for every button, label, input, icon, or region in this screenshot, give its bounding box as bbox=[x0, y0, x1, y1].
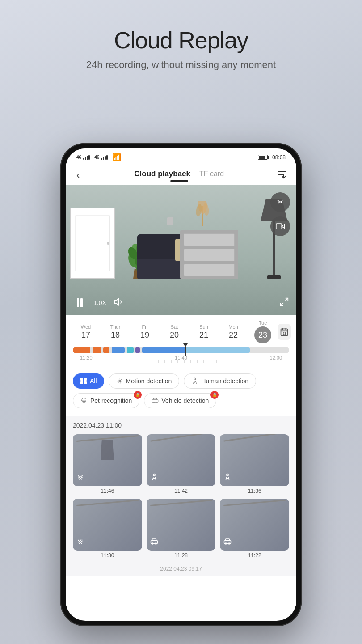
svg-text:23: 23 bbox=[283, 332, 286, 335]
date-item-sat[interactable]: Sat 20 bbox=[160, 324, 189, 340]
rec-icon-2 bbox=[150, 473, 158, 483]
vehicle-lock-badge: 🔒 bbox=[210, 391, 219, 399]
battery-icon bbox=[258, 155, 269, 160]
nav-tabs: Cloud playback TF card bbox=[134, 169, 224, 178]
filter-human[interactable]: Human detection bbox=[184, 373, 256, 389]
filter-vehicle[interactable]: 🔒 Vehicle detection bbox=[144, 393, 216, 408]
phone-screen: 46 46 📶 bbox=[66, 148, 296, 621]
recording-item-5[interactable]: 11:28 bbox=[147, 499, 216, 559]
signal-bars-1 bbox=[83, 155, 90, 160]
pet-lock-badge: 🔒 bbox=[134, 391, 142, 399]
hero-title: Cloud Replay bbox=[0, 27, 362, 54]
svg-rect-24 bbox=[84, 378, 87, 381]
recordings-section: 2022.04.23 11:00 bbox=[66, 416, 296, 564]
speed-label[interactable]: 1.0X bbox=[93, 299, 106, 306]
date-item-fri[interactable]: Fri 19 bbox=[130, 324, 160, 340]
timeline-section: Wed 17 Thur 18 Fri 19 Sat 20 Sun 21 bbox=[66, 315, 296, 368]
timeline-needle bbox=[183, 343, 188, 356]
timeline-bar[interactable] bbox=[73, 347, 289, 353]
sort-download-button[interactable] bbox=[277, 169, 287, 182]
recording-item-2[interactable]: 11:42 bbox=[147, 434, 216, 494]
tab-cloud-playback[interactable]: Cloud playback bbox=[134, 169, 190, 178]
svg-rect-17 bbox=[276, 224, 282, 229]
rec-icon-4 bbox=[76, 538, 84, 548]
hero-subtitle: 24h recording, without missing any momen… bbox=[0, 58, 362, 72]
date-item-wed[interactable]: Wed 17 bbox=[71, 324, 101, 340]
rec-time-6: 11:22 bbox=[220, 552, 289, 559]
svg-marker-16 bbox=[282, 225, 284, 228]
tab-underline bbox=[170, 180, 188, 182]
svg-marker-13 bbox=[114, 299, 118, 305]
date-item-tue[interactable]: Tue 23 bbox=[248, 320, 278, 343]
svg-point-29 bbox=[194, 378, 196, 380]
signal-bars-2 bbox=[101, 155, 108, 160]
rec-icon-6 bbox=[223, 538, 232, 548]
svg-rect-26 bbox=[84, 381, 87, 384]
rec-time-3: 11:36 bbox=[220, 488, 289, 494]
time-right: 12:00 bbox=[269, 355, 282, 360]
date-item-mon[interactable]: Mon 22 bbox=[219, 324, 248, 340]
rec-time-1: 11:46 bbox=[73, 488, 142, 494]
filter-motion[interactable]: Motion detection bbox=[109, 373, 180, 389]
clip-button[interactable]: ✂ bbox=[270, 192, 290, 212]
nav-title-group: Cloud playback TF card bbox=[81, 169, 277, 182]
status-time-battery: 08:08 bbox=[258, 154, 286, 161]
room-scene bbox=[66, 185, 296, 315]
date-item-thur[interactable]: Thur 18 bbox=[101, 324, 130, 340]
recordings-grid: 11:46 11: bbox=[73, 434, 289, 559]
status-time: 08:08 bbox=[272, 154, 286, 161]
rec-time-5: 11:28 bbox=[147, 552, 216, 559]
recordings-date-label: 2022.04.23 11:00 bbox=[73, 422, 289, 429]
svg-point-31 bbox=[84, 401, 86, 402]
pause-button[interactable] bbox=[73, 296, 86, 309]
status-bar: 46 46 📶 bbox=[66, 148, 296, 164]
filter-pet-label: Pet recognition bbox=[90, 397, 132, 404]
rec-icon-3 bbox=[223, 473, 232, 483]
filter-section: All Motion detection Human detection bbox=[66, 368, 296, 416]
recording-item-4[interactable]: 11:30 bbox=[73, 499, 142, 559]
date-item-sun[interactable]: Sun 21 bbox=[189, 324, 219, 340]
download-video-button[interactable] bbox=[270, 216, 290, 236]
svg-point-36 bbox=[78, 475, 83, 480]
tab-tf-card[interactable]: TF card bbox=[199, 170, 224, 178]
filter-row-1: All Motion detection Human detection bbox=[73, 373, 289, 389]
timeline-ticks bbox=[73, 360, 289, 363]
recording-item-3[interactable]: 11:36 bbox=[220, 434, 289, 494]
rec-time-2: 11:42 bbox=[147, 488, 216, 494]
rec-time-4: 11:30 bbox=[73, 552, 142, 559]
svg-line-15 bbox=[281, 302, 283, 305]
status-network: 46 46 📶 bbox=[76, 153, 121, 161]
timeline-bar-area[interactable]: 11:20 11:40 12:00 bbox=[66, 343, 296, 364]
video-player[interactable]: 1.0X ✂ bbox=[66, 185, 296, 315]
svg-rect-25 bbox=[80, 381, 83, 384]
filter-vehicle-label: Vehicle detection bbox=[161, 397, 209, 404]
door bbox=[70, 208, 115, 279]
svg-line-14 bbox=[285, 298, 288, 301]
volume-button[interactable] bbox=[114, 297, 124, 309]
svg-point-40 bbox=[78, 539, 83, 544]
wall-socket bbox=[167, 217, 173, 225]
svg-rect-23 bbox=[80, 378, 83, 381]
recording-item-6[interactable]: 11:22 bbox=[220, 499, 289, 559]
svg-point-39 bbox=[80, 541, 82, 543]
rec-icon-1 bbox=[76, 473, 84, 483]
filter-pet[interactable]: 🔒 Pet recognition bbox=[73, 393, 139, 408]
filter-all[interactable]: All bbox=[73, 373, 104, 389]
recording-item-1[interactable]: 11:46 bbox=[73, 434, 142, 494]
date-row: Wed 17 Thur 18 Fri 19 Sat 20 Sun 21 bbox=[66, 320, 296, 343]
svg-point-38 bbox=[227, 474, 229, 476]
calendar-button[interactable]: 23 bbox=[278, 324, 291, 340]
wifi-icon: 📶 bbox=[112, 153, 121, 161]
svg-point-27 bbox=[119, 380, 121, 382]
filter-row-2: 🔒 Pet recognition 🔒 bbox=[73, 393, 289, 408]
filter-all-label: All bbox=[90, 377, 97, 385]
network-label-1: 46 bbox=[76, 155, 81, 160]
timeline-times: 11:20 11:40 12:00 bbox=[73, 353, 289, 360]
svg-point-35 bbox=[80, 476, 82, 479]
dried-plant bbox=[194, 201, 211, 230]
back-button[interactable]: ‹ bbox=[75, 168, 81, 183]
hero-section: Cloud Replay 24h recording, without miss… bbox=[0, 27, 362, 72]
svg-point-28 bbox=[118, 379, 122, 383]
fullscreen-button[interactable] bbox=[279, 297, 289, 309]
more-recordings-label: 2022.04.23 09:17 bbox=[66, 564, 296, 576]
